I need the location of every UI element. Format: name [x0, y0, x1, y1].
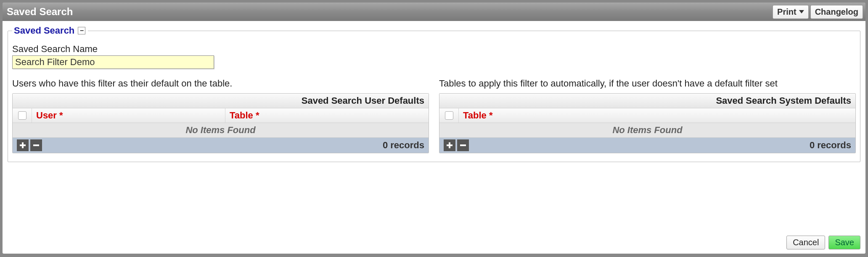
system-defaults-header: Table * — [439, 108, 855, 123]
user-defaults-column: Users who have this filter as their defa… — [12, 78, 429, 153]
system-defaults-count: 0 records — [810, 140, 851, 151]
user-defaults-actions — [17, 139, 42, 151]
user-defaults-empty: No Items Found — [13, 123, 429, 138]
collapse-toggle[interactable]: − — [78, 27, 85, 34]
select-all-checkbox-sys[interactable] — [445, 111, 453, 120]
changelog-label: Changelog — [815, 7, 858, 17]
content-area: Saved Search − Saved Search Name Users w… — [3, 21, 865, 254]
add-row-button[interactable] — [17, 139, 29, 151]
minus-icon: − — [80, 27, 84, 34]
system-defaults-description: Tables to apply this filter to automatic… — [439, 78, 856, 89]
user-defaults-table: Saved Search User Defaults User * Table … — [12, 93, 429, 153]
select-all-cell — [13, 108, 32, 123]
cancel-button[interactable]: Cancel — [786, 236, 825, 249]
select-all-checkbox[interactable] — [18, 111, 26, 120]
titlebar: Saved Search Print Changelog — [3, 3, 865, 21]
system-defaults-table: Saved Search System Defaults Table * No … — [439, 93, 856, 153]
save-label: Save — [835, 238, 854, 247]
save-button[interactable]: Save — [828, 236, 860, 249]
user-defaults-title: Saved Search User Defaults — [13, 94, 429, 108]
add-row-button-sys[interactable] — [444, 139, 455, 151]
column-user[interactable]: User * — [32, 108, 225, 123]
plus-icon — [19, 142, 26, 149]
tables-row: Users who have this filter as their defa… — [12, 78, 856, 153]
svg-rect-1 — [20, 144, 26, 146]
changelog-button[interactable]: Changelog — [810, 5, 863, 19]
minus-icon — [459, 142, 467, 149]
user-defaults-footer: 0 records — [13, 138, 429, 153]
titlebar-buttons: Print Changelog — [773, 5, 863, 19]
column-table[interactable]: Table * — [225, 108, 429, 123]
select-all-cell-sys — [439, 108, 459, 123]
remove-row-button-sys[interactable] — [457, 139, 469, 151]
svg-rect-2 — [33, 144, 39, 146]
saved-search-fieldset: Saved Search − Saved Search Name Users w… — [8, 25, 860, 162]
user-defaults-description: Users who have this filter as their defa… — [12, 78, 429, 89]
cancel-label: Cancel — [793, 238, 819, 247]
fieldset-legend: Saved Search − — [12, 25, 88, 36]
column-table-sys[interactable]: Table * — [459, 108, 855, 123]
name-label: Saved Search Name — [12, 44, 856, 55]
system-defaults-title: Saved Search System Defaults — [439, 94, 855, 108]
system-defaults-empty: No Items Found — [439, 123, 855, 138]
window-title: Saved Search — [7, 6, 73, 18]
print-button[interactable]: Print — [773, 5, 809, 19]
name-field-group: Saved Search Name — [12, 44, 856, 69]
chevron-down-icon — [799, 10, 804, 13]
print-label: Print — [777, 7, 797, 17]
user-defaults-header: User * Table * — [13, 108, 429, 123]
user-defaults-count: 0 records — [383, 140, 424, 151]
system-defaults-column: Tables to apply this filter to automatic… — [439, 78, 856, 153]
saved-search-window: Saved Search Print Changelog Saved Searc… — [0, 0, 868, 257]
bottom-button-bar: Cancel Save — [786, 236, 860, 249]
svg-rect-4 — [447, 144, 453, 146]
saved-search-name-input[interactable] — [12, 55, 214, 69]
system-defaults-footer: 0 records — [439, 138, 855, 153]
remove-row-button[interactable] — [30, 139, 42, 151]
system-defaults-actions — [444, 139, 469, 151]
legend-text: Saved Search — [14, 25, 74, 36]
svg-rect-5 — [460, 144, 466, 146]
minus-icon — [32, 142, 40, 149]
plus-icon — [446, 142, 453, 149]
